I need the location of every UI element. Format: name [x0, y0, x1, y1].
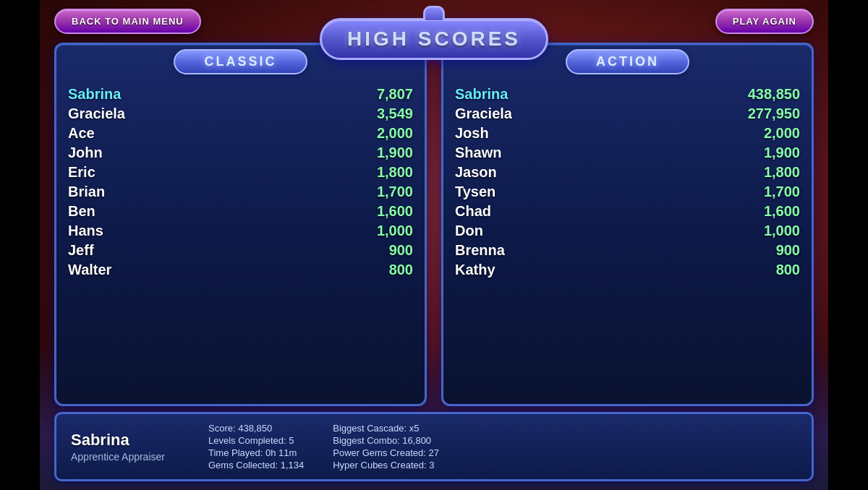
score-name: Graciela [68, 106, 125, 122]
table-row: Jeff 900 [68, 241, 413, 260]
table-row: Graciela 277,950 [455, 104, 800, 124]
classic-panel-header: CLASSIC [56, 45, 425, 79]
classic-panel: CLASSIC Sabrina 7,807 Graciela 3,549 Ace… [54, 43, 427, 406]
score-name: Chad [455, 203, 491, 220]
table-row: Walter 800 [68, 260, 413, 280]
info-stat: Power Gems Created: 27 [333, 447, 439, 458]
score-name: John [68, 145, 103, 161]
table-row: Eric 1,800 [68, 163, 413, 182]
score-value: 800 [389, 262, 413, 278]
action-score-list: Sabrina 438,850 Graciela 277,950 Josh 2,… [443, 79, 812, 288]
score-value: 1,600 [764, 203, 800, 220]
info-stat: Biggest Cascade: x5 [333, 423, 439, 434]
score-value: 438,850 [748, 86, 800, 103]
table-row: Chad 1,600 [455, 202, 800, 221]
table-row: Tysen 1,700 [455, 182, 800, 202]
info-stat: Time Played: 0h 11m [208, 447, 304, 458]
table-row: Sabrina 7,807 [68, 85, 413, 104]
score-name: Kathy [455, 262, 495, 278]
score-name: Eric [68, 164, 95, 181]
score-value: 3,549 [377, 106, 413, 122]
play-again-button[interactable]: PLAY AGAIN [715, 9, 814, 34]
action-label: ACTION [596, 54, 659, 69]
score-name: Ace [68, 125, 95, 142]
action-panel-header: ACTION [443, 45, 812, 79]
score-value: 2,000 [377, 125, 413, 142]
table-row: Brian 1,700 [68, 182, 413, 202]
score-name: Tysen [455, 184, 495, 200]
score-name: Sabrina [455, 86, 508, 103]
score-value: 1,000 [764, 223, 800, 239]
info-stat: Gems Collected: 1,134 [208, 460, 304, 470]
info-bar: Sabrina Apprentice Appraiser Score: 438,… [54, 412, 814, 481]
info-stat: Levels Completed: 5 [208, 435, 304, 446]
score-value: 900 [389, 242, 413, 259]
score-name: Brenna [455, 242, 505, 259]
table-row: Jason 1,800 [455, 163, 800, 182]
table-row: Josh 2,000 [455, 124, 800, 143]
score-name: Sabrina [68, 86, 121, 103]
info-stats: Score: 438,850Levels Completed: 5Time Pl… [208, 423, 797, 470]
info-player-title: Apprentice Appraiser [71, 451, 187, 463]
table-row: Kathy 800 [455, 260, 800, 280]
table-row: Don 1,000 [455, 221, 800, 241]
score-value: 277,950 [748, 106, 800, 122]
classic-label: CLASSIC [204, 54, 276, 69]
table-row: Shawn 1,900 [455, 143, 800, 163]
back-to-main-button[interactable]: BACK TO MAIN MENU [54, 9, 201, 34]
action-panel: ACTION Sabrina 438,850 Graciela 277,950 … [441, 43, 814, 406]
info-player-name: Sabrina [71, 431, 187, 450]
stats-col2: Biggest Cascade: x5Biggest Combo: 16,800… [333, 423, 439, 470]
score-name: Brian [68, 184, 105, 200]
table-row: Hans 1,000 [68, 221, 413, 241]
score-name: Jeff [68, 242, 94, 259]
score-name: Ben [68, 203, 95, 220]
info-stat: Biggest Combo: 16,800 [333, 435, 439, 446]
stats-col1: Score: 438,850Levels Completed: 5Time Pl… [208, 423, 304, 470]
info-player: Sabrina Apprentice Appraiser [71, 431, 187, 463]
score-name: Graciela [455, 106, 512, 122]
score-name: Don [455, 223, 483, 239]
score-value: 1,700 [764, 184, 800, 200]
score-name: Walter [68, 262, 111, 278]
table-row: Sabrina 438,850 [455, 85, 800, 104]
score-value: 1,900 [764, 145, 800, 161]
classic-score-list: Sabrina 7,807 Graciela 3,549 Ace 2,000 J… [56, 79, 425, 288]
score-value: 800 [776, 262, 800, 278]
score-value: 1,000 [377, 223, 413, 239]
table-row: Ace 2,000 [68, 124, 413, 143]
score-value: 1,800 [764, 164, 800, 181]
score-name: Josh [455, 125, 489, 142]
info-stat: Hyper Cubes Created: 3 [333, 460, 439, 470]
table-row: Ben 1,600 [68, 202, 413, 221]
score-value: 1,800 [377, 164, 413, 181]
score-value: 7,807 [377, 86, 413, 103]
table-row: Graciela 3,549 [68, 104, 413, 124]
score-name: Jason [455, 164, 497, 181]
score-value: 1,900 [377, 145, 413, 161]
score-value: 900 [776, 242, 800, 259]
info-stat: Score: 438,850 [208, 423, 304, 434]
score-value: 2,000 [764, 125, 800, 142]
score-value: 1,600 [377, 203, 413, 220]
score-name: Shawn [455, 145, 501, 161]
table-row: John 1,900 [68, 143, 413, 163]
table-row: Brenna 900 [455, 241, 800, 260]
score-value: 1,700 [377, 184, 413, 200]
score-name: Hans [68, 223, 103, 239]
